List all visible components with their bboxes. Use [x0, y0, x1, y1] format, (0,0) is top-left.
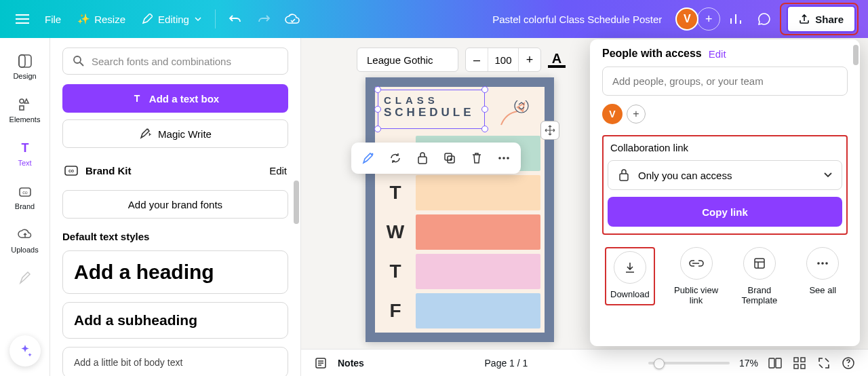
- slot-thursday[interactable]: [416, 254, 540, 289]
- svg-text:co: co: [22, 190, 28, 195]
- add-brand-fonts-button[interactable]: Add your brand fonts: [62, 190, 288, 219]
- magic-write-button[interactable]: Magic Write: [62, 119, 288, 148]
- add-text-box-button[interactable]: T Add a text box: [62, 84, 288, 113]
- copy-link-button[interactable]: Copy link: [608, 197, 842, 227]
- slot-wednesday[interactable]: [416, 214, 540, 250]
- sync-icon[interactable]: [384, 147, 407, 170]
- brand-kit-edit[interactable]: Edit: [269, 165, 287, 176]
- help-icon[interactable]: [841, 356, 856, 371]
- resize-handle[interactable]: [374, 106, 381, 113]
- slot-tuesday[interactable]: [416, 175, 540, 210]
- fullscreen-icon[interactable]: [816, 356, 831, 371]
- popover-scrollbar[interactable]: [853, 45, 859, 65]
- arrow-decoration[interactable]: [496, 100, 532, 130]
- sparkle-icon: [17, 343, 33, 359]
- rail-text-label: Text: [18, 159, 31, 167]
- resize-handle[interactable]: [374, 126, 381, 132]
- font-size-increase[interactable]: +: [519, 48, 540, 71]
- svg-point-27: [848, 365, 849, 366]
- member-avatar[interactable]: V: [602, 104, 623, 124]
- slot-friday[interactable]: [416, 293, 540, 328]
- panel-scrollbar[interactable]: [294, 181, 299, 224]
- duplicate-icon[interactable]: [438, 147, 461, 170]
- svg-point-7: [74, 56, 81, 63]
- hamburger-menu[interactable]: [9, 6, 35, 32]
- search-input[interactable]: Search fonts and combinations: [62, 48, 288, 75]
- file-menu[interactable]: File: [38, 6, 68, 32]
- divider: [215, 10, 216, 29]
- font-picker[interactable]: League Gothic: [357, 48, 458, 72]
- svg-rect-3: [20, 106, 24, 110]
- zoom-value[interactable]: 17%: [739, 358, 758, 369]
- view-pages-icon[interactable]: [768, 356, 783, 371]
- resize-handle[interactable]: [481, 106, 488, 113]
- add-member-small[interactable]: +: [627, 105, 646, 124]
- svg-rect-13: [418, 157, 427, 164]
- document-title[interactable]: Pastel colorful Class Schedule Poster: [481, 14, 673, 25]
- heading-style[interactable]: Add a heading: [62, 250, 288, 294]
- public-view-label: Public view link: [674, 285, 718, 305]
- magic-edit-icon[interactable]: [357, 147, 380, 170]
- add-member-button[interactable]: +: [697, 7, 720, 31]
- see-all-option[interactable]: See all: [801, 247, 845, 305]
- grid-view-icon[interactable]: [792, 356, 807, 371]
- rail-elements[interactable]: Elements: [3, 91, 47, 129]
- selected-text-element[interactable]: CLASS SCHEDULE: [378, 90, 485, 129]
- rail-design-label: Design: [13, 72, 36, 80]
- download-highlight: Download: [605, 247, 655, 305]
- download-option[interactable]: Download: [610, 251, 650, 299]
- lock-icon[interactable]: [411, 147, 434, 170]
- font-size-decrease[interactable]: –: [466, 48, 488, 71]
- brand-kit-label: Brand Kit: [85, 165, 132, 176]
- notes-icon[interactable]: [313, 356, 328, 371]
- comment-icon[interactable]: [751, 6, 777, 32]
- editing-mode[interactable]: Editing: [135, 6, 208, 32]
- element-toolbar: [351, 143, 521, 174]
- notes-button[interactable]: Notes: [338, 358, 364, 369]
- analytics-icon[interactable]: [723, 6, 749, 32]
- resize-handle[interactable]: [481, 86, 488, 93]
- day-w: W: [379, 214, 412, 250]
- svg-point-30: [817, 262, 820, 265]
- more-icon[interactable]: [492, 147, 515, 170]
- body-style[interactable]: Add a little bit of body text: [62, 347, 288, 376]
- svg-rect-22: [794, 358, 798, 362]
- subheading-style[interactable]: Add a subheading: [62, 302, 288, 339]
- public-view-option[interactable]: Public view link: [674, 247, 718, 305]
- see-all-label: See all: [809, 285, 836, 295]
- delete-icon[interactable]: [465, 147, 488, 170]
- text-color-button[interactable]: A: [548, 52, 566, 68]
- brand-template-option[interactable]: Brand Template: [737, 247, 781, 305]
- add-people-input[interactable]: Add people, groups, or your team: [602, 67, 848, 96]
- share-popover: People with access Edit Add people, grou…: [590, 39, 860, 346]
- resize-handle[interactable]: [374, 86, 381, 93]
- title-line2: SCHEDULE: [384, 106, 479, 119]
- move-handle[interactable]: [540, 121, 559, 140]
- rail-design[interactable]: Design: [3, 48, 47, 86]
- magic-button[interactable]: [9, 335, 41, 366]
- svg-point-12: [372, 153, 374, 155]
- rail-draw[interactable]: [3, 265, 47, 292]
- svg-text:T: T: [134, 93, 140, 104]
- cloud-sync-icon[interactable]: [279, 6, 305, 32]
- rail-uploads[interactable]: Uploads: [3, 221, 47, 259]
- share-button[interactable]: Share: [787, 5, 856, 33]
- rail-brand[interactable]: co Brand: [3, 178, 47, 216]
- resize-menu[interactable]: ✨Resize: [71, 6, 132, 32]
- title-line1: CLASS: [384, 94, 479, 106]
- undo-button[interactable]: [222, 6, 248, 32]
- page-indicator[interactable]: Page 1 / 1: [485, 358, 528, 369]
- svg-point-2: [20, 99, 24, 103]
- user-avatar[interactable]: V: [675, 7, 698, 31]
- rail-text[interactable]: T Text: [3, 134, 47, 172]
- zoom-slider[interactable]: [648, 362, 730, 364]
- poster-canvas[interactable]: CLASS SCHEDULE M T W T: [366, 77, 554, 342]
- font-size-value[interactable]: 100: [488, 48, 519, 71]
- resize-handle[interactable]: [481, 126, 488, 132]
- people-access-edit[interactable]: Edit: [709, 48, 726, 60]
- people-access-label: People with access: [602, 48, 702, 60]
- redo-button[interactable]: [251, 6, 277, 32]
- heading-label: Add a heading: [74, 261, 277, 284]
- access-dropdown[interactable]: Only you can access: [608, 160, 842, 190]
- uploads-icon: [17, 227, 33, 243]
